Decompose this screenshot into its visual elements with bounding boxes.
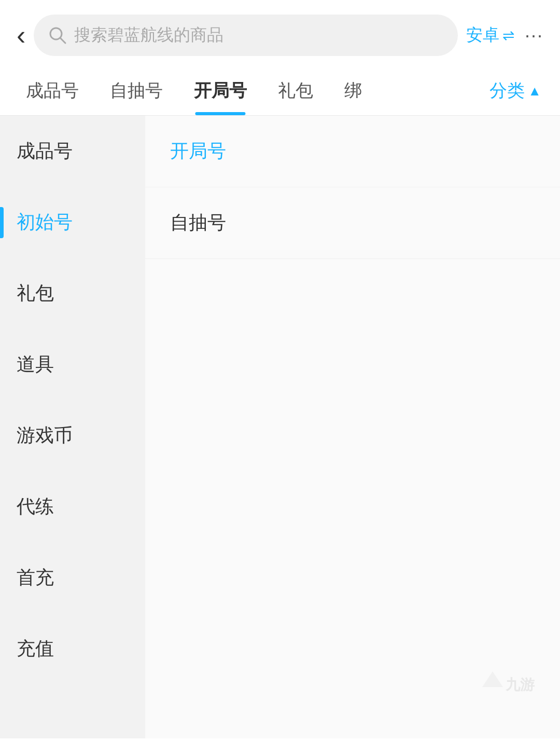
left-sidebar: 成品号 初始号 礼包 道具 游戏币 代练 首充 充值	[0, 116, 145, 738]
sidebar-item-youxibi[interactable]: 游戏币	[0, 400, 145, 471]
sidebar-item-daoju[interactable]: 道具	[0, 329, 145, 400]
right-item-zichou[interactable]: 自抽号	[145, 187, 560, 259]
dropdown-panel: 成品号 初始号 礼包 道具 游戏币 代练 首充 充值 开局号 自抽号	[0, 116, 560, 738]
more-button[interactable]: ···	[525, 24, 543, 46]
tab-category[interactable]: 分类 ▲	[481, 66, 550, 115]
header-right: 安卓 ⇌ ···	[466, 24, 543, 47]
sidebar-item-libao[interactable]: 礼包	[0, 258, 145, 329]
sidebar-item-shouchong[interactable]: 首充	[0, 542, 145, 613]
back-button[interactable]: ‹	[17, 22, 25, 49]
sidebar-item-dailyian[interactable]: 代练	[0, 471, 145, 542]
svg-line-1	[60, 38, 65, 43]
tab-bar: 成品号 自抽号 开局号 礼包 绑 分类 ▲	[0, 66, 560, 116]
android-label[interactable]: 安卓 ⇌	[466, 24, 514, 47]
tab-chengpin[interactable]: 成品号	[10, 66, 94, 115]
tab-kaiju[interactable]: 开局号	[178, 66, 262, 115]
sidebar-item-chongzhi[interactable]: 充值	[0, 613, 145, 684]
right-content: 开局号 自抽号	[145, 116, 560, 738]
search-placeholder-text: 搜索碧蓝航线的商品	[74, 24, 443, 47]
sidebar-item-chushi[interactable]: 初始号	[0, 187, 145, 258]
header: ‹ 搜索碧蓝航线的商品 安卓 ⇌ ···	[0, 0, 560, 66]
right-item-kaiju[interactable]: 开局号	[145, 116, 560, 187]
search-bar[interactable]: 搜索碧蓝航线的商品	[34, 15, 458, 56]
search-icon	[48, 26, 67, 45]
tab-more[interactable]: 绑	[329, 66, 377, 115]
sidebar-item-chengpin[interactable]: 成品号	[0, 116, 145, 187]
tab-libao[interactable]: 礼包	[262, 66, 329, 115]
tab-zichou[interactable]: 自抽号	[94, 66, 178, 115]
